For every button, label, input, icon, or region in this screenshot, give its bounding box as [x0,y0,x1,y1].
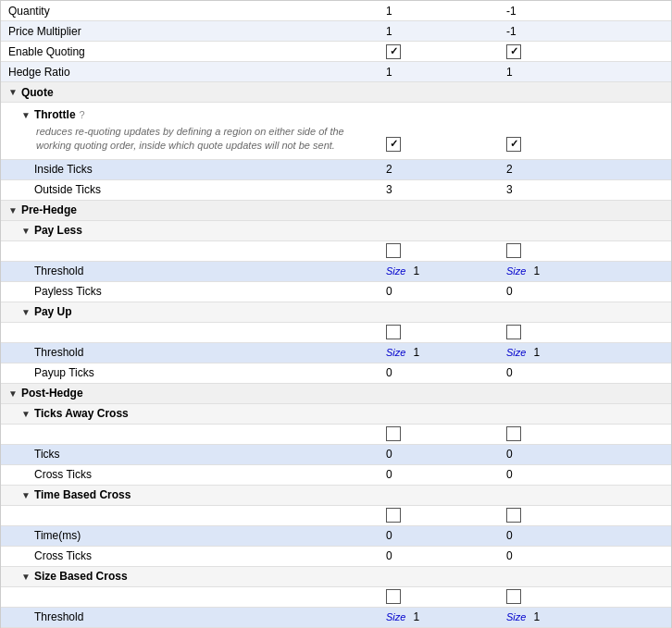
val2-payup-ticks[interactable]: 0 [501,364,671,381]
checkbox[interactable] [386,325,401,339]
chevron-icon[interactable]: ▼ [21,490,31,500]
val1-pay-less-enable [380,241,501,260]
val1-hedge-ratio[interactable]: 1 [380,64,501,80]
checkbox[interactable] [506,426,521,441]
val1-pay-less-threshold[interactable]: Size1 [380,263,501,279]
checkbox[interactable] [506,44,521,59]
row-pay-up-enable [1,323,671,343]
row-size-based-enable [1,587,671,608]
val2-quantity[interactable]: -1 [501,3,671,19]
subsection-text: Ticks Away Cross [34,407,129,420]
val2-price-multiplier[interactable]: -1 [501,23,671,40]
val1-empty [380,91,501,94]
val1-payless-ticks[interactable]: 0 [380,283,501,300]
val1-empty [380,412,501,415]
label-payup-ticks: Payup Ticks [1,364,380,381]
label-pay-less-enable [1,249,380,252]
chevron-icon[interactable]: ▼ [21,409,31,419]
row-payup-ticks: Payup Ticks00 [1,363,671,384]
label-ticks-away-enable [1,432,380,436]
val1-ticks-away-ticks[interactable]: 0 [380,446,501,462]
main-grid: Quantity1-1Price Multiplier1-1Enable Quo… [0,0,672,628]
subsection-label-pay-up-section[interactable]: ▼Pay Up [1,303,380,320]
label-time-based-cross-ticks: Cross Ticks [1,548,380,564]
checkbox[interactable] [386,243,401,258]
value-num: -1 [506,25,516,38]
subsection-text: Pay Up [34,305,72,318]
checkbox[interactable] [386,589,401,604]
row-outside-ticks: Outside Ticks33 [1,180,671,201]
chevron-icon[interactable]: ▼ [21,572,31,582]
val1-time-based-cross-ticks[interactable]: 0 [380,548,501,564]
val1-pay-up-threshold[interactable]: Size1 [380,344,501,361]
subsection-label-size-based-cross-section[interactable]: ▼Size Based Cross [1,568,380,585]
label-time-based-enable [1,513,380,517]
val2-ticks-away-enable [501,425,671,443]
section-label-post-hedge-section[interactable]: ▼Post-Hedge [1,385,380,401]
section-text: Pre-Hedge [21,203,77,216]
row-time-based-time: Time(ms)00 [1,526,671,547]
val1-pay-up-enable [380,323,501,341]
val2-empty [501,310,671,314]
checkbox[interactable] [386,426,401,441]
row-ticks-away-cross-section: ▼Ticks Away Cross [1,404,671,425]
chevron-icon[interactable]: ▼ [21,307,31,317]
row-throttle: ▼Throttle ?reduces re-quoting updates by… [1,103,671,160]
checkbox[interactable] [506,243,521,258]
val2-ticks-away-cross-ticks[interactable]: 0 [501,466,671,483]
val2-pay-up-enable [501,323,671,341]
value-num: 2 [506,163,513,176]
val2-ticks-away-ticks[interactable]: 0 [501,446,671,462]
val2-pay-up-threshold[interactable]: Size1 [501,344,671,361]
help-icon[interactable]: ? [80,109,85,120]
val2-empty [501,91,671,94]
val1-payup-ticks[interactable]: 0 [380,364,501,381]
row-pay-less-section: ▼Pay Less [1,221,671,241]
section-label-quote-section[interactable]: ▼Quote [1,84,380,101]
checkbox[interactable] [506,589,521,604]
checkbox[interactable] [506,137,521,152]
val2-payless-ticks[interactable]: 0 [501,283,671,300]
row-payless-ticks: Payless Ticks00 [1,282,671,302]
value-num: 0 [506,529,513,542]
val2-outside-ticks[interactable]: 3 [501,181,671,198]
checkbox[interactable] [506,325,521,339]
chevron-icon[interactable]: ▼ [8,388,18,399]
val1-outside-ticks[interactable]: 3 [380,181,501,198]
size-label: Size [506,347,526,358]
checkbox[interactable] [386,508,401,523]
val1-size-based-threshold[interactable]: Size1 [380,609,501,625]
val1-ticks-away-cross-ticks[interactable]: 0 [380,466,501,483]
val1-time-based-enable [380,506,501,524]
subsection-label-time-based-cross-section[interactable]: ▼Time Based Cross [1,486,380,503]
val2-time-based-time[interactable]: 0 [501,527,671,544]
checkbox[interactable] [386,44,401,59]
val1-time-based-time[interactable]: 0 [380,527,501,544]
subsection-label-ticks-away-cross-section[interactable]: ▼Ticks Away Cross [1,405,380,422]
chevron-icon[interactable]: ▼ [8,87,18,97]
val2-throttle [501,135,671,155]
section-label-pre-hedge-section[interactable]: ▼Pre-Hedge [1,202,380,218]
val1-inside-ticks[interactable]: 2 [380,161,501,178]
val2-time-based-cross-ticks[interactable]: 0 [501,548,671,564]
subsection-label-pay-less-section[interactable]: ▼Pay Less [1,222,380,239]
value-num: 1 [413,346,419,359]
label-time-based-time: Time(ms) [1,527,380,544]
row-post-hedge-section: ▼Post-Hedge [1,384,671,404]
chevron-icon[interactable]: ▼ [21,110,31,120]
section-text: Quote [21,86,54,99]
val1-price-multiplier[interactable]: 1 [380,23,501,40]
val1-quantity[interactable]: 1 [380,3,501,19]
val2-pay-less-threshold[interactable]: Size1 [501,263,671,279]
label-ticks-away-ticks: Ticks [1,446,380,462]
val1-empty [380,310,501,314]
chevron-icon[interactable]: ▼ [21,226,31,236]
checkbox[interactable] [506,508,521,523]
chevron-icon[interactable]: ▼ [8,205,18,215]
val2-inside-ticks[interactable]: 2 [501,161,671,178]
val2-size-based-threshold[interactable]: Size1 [501,609,671,625]
val2-hedge-ratio[interactable]: 1 [501,64,671,80]
row-pay-up-section: ▼Pay Up [1,302,671,323]
checkbox[interactable] [386,137,401,152]
value-num: 1 [533,265,540,277]
